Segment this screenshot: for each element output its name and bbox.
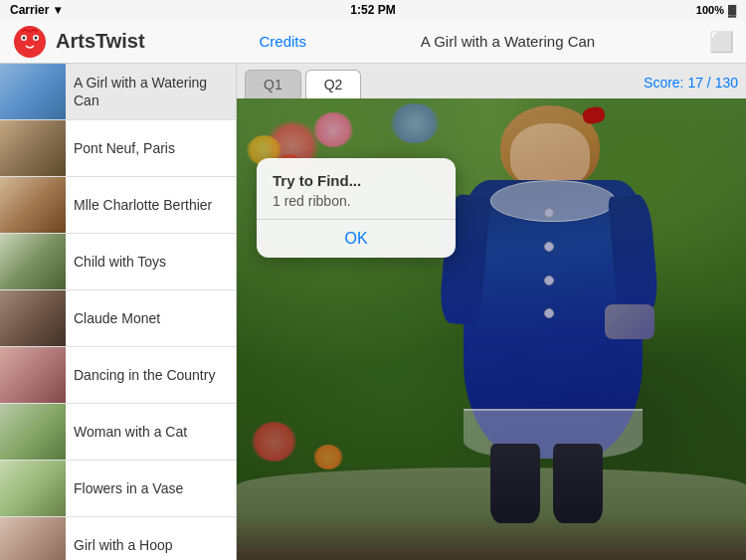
- score-label: Score: 17 / 130: [644, 75, 738, 94]
- app-name: ArtsTwist: [56, 30, 145, 53]
- battery-label: 100%: [696, 4, 724, 16]
- wifi-icon: ▾: [55, 3, 61, 17]
- modal-title: Try to Find...: [273, 172, 440, 189]
- tab-q1[interactable]: Q1: [245, 70, 301, 98]
- content-area: Q1 Q2 Score: 17 / 130: [237, 64, 746, 560]
- modal-content: Try to Find... 1 red ribbon.: [257, 158, 456, 219]
- sidebar-item-3[interactable]: Mlle Charlotte Berthier: [0, 177, 236, 234]
- sidebar-item-8[interactable]: Flowers in a Vase: [0, 461, 236, 517]
- credits-button[interactable]: Credits: [259, 33, 306, 50]
- sidebar-item-1[interactable]: A Girl with a Watering Can: [0, 64, 236, 120]
- sidebar-label-9: Girl with a Hoop: [66, 530, 236, 560]
- sidebar-label-8: Flowers in a Vase: [66, 473, 236, 503]
- battery-icon: ▓: [728, 4, 736, 16]
- status-bar-right: 100% ▓: [696, 4, 736, 16]
- tab-q2[interactable]: Q2: [305, 70, 362, 98]
- painting-background: Try to Find... 1 red ribbon. OK: [237, 98, 746, 560]
- sidebar-label-1: A Girl with a Watering Can: [66, 68, 236, 115]
- sidebar-label-2: Pont Neuf, Paris: [66, 133, 236, 163]
- sidebar-thumb-2: [0, 120, 66, 176]
- page-title: A Girl with a Watering Can: [421, 33, 595, 50]
- sidebar-thumb-7: [0, 404, 66, 460]
- window-icon[interactable]: ⬜: [709, 30, 734, 54]
- sidebar-label-5: Claude Monet: [66, 303, 236, 333]
- sidebar-thumb-9: [0, 517, 66, 560]
- svg-point-0: [14, 26, 46, 58]
- sidebar-item-7[interactable]: Woman with a Cat: [0, 404, 236, 461]
- sidebar-item-2[interactable]: Pont Neuf, Paris: [0, 120, 236, 177]
- sidebar: A Girl with a Watering CanPont Neuf, Par…: [0, 64, 237, 560]
- sidebar-thumb-3: [0, 177, 66, 233]
- app-logo: [12, 24, 48, 60]
- status-bar-time: 1:52 PM: [350, 3, 395, 17]
- main-layout: A Girl with a Watering CanPont Neuf, Par…: [0, 64, 746, 560]
- painting-area: Try to Find... 1 red ribbon. OK: [237, 98, 746, 560]
- carrier-label: Carrier: [10, 3, 49, 17]
- svg-point-4: [35, 36, 38, 39]
- nav-bar-left: ArtsTwist: [12, 24, 145, 60]
- sidebar-thumb-8: [0, 461, 66, 516]
- sidebar-thumb-1: [0, 64, 66, 119]
- sidebar-label-7: Woman with a Cat: [66, 417, 236, 447]
- sidebar-thumb-5: [0, 290, 66, 346]
- modal-overlay: Try to Find... 1 red ribbon. OK: [237, 98, 746, 560]
- modal-box: Try to Find... 1 red ribbon. OK: [257, 158, 456, 258]
- sidebar-thumb-4: [0, 234, 66, 289]
- tab-bar: Q1 Q2 Score: 17 / 130: [237, 64, 746, 98]
- status-bar: Carrier ▾ 1:52 PM 100% ▓: [0, 0, 746, 20]
- sidebar-label-6: Dancing in the Country: [66, 360, 236, 390]
- sidebar-item-5[interactable]: Claude Monet: [0, 290, 236, 347]
- sidebar-thumb-6: [0, 347, 66, 403]
- sidebar-item-6[interactable]: Dancing in the Country: [0, 347, 236, 404]
- sidebar-label-3: Mlle Charlotte Berthier: [66, 190, 236, 220]
- nav-bar: ArtsTwist Credits A Girl with a Watering…: [0, 20, 746, 64]
- sidebar-label-4: Child with Toys: [66, 247, 236, 277]
- modal-body: 1 red ribbon.: [273, 193, 440, 209]
- modal-ok-button[interactable]: OK: [257, 220, 456, 258]
- svg-point-3: [23, 36, 26, 39]
- sidebar-item-9[interactable]: Girl with a Hoop: [0, 517, 236, 560]
- sidebar-item-4[interactable]: Child with Toys: [0, 234, 236, 290]
- status-bar-left: Carrier ▾: [10, 3, 61, 17]
